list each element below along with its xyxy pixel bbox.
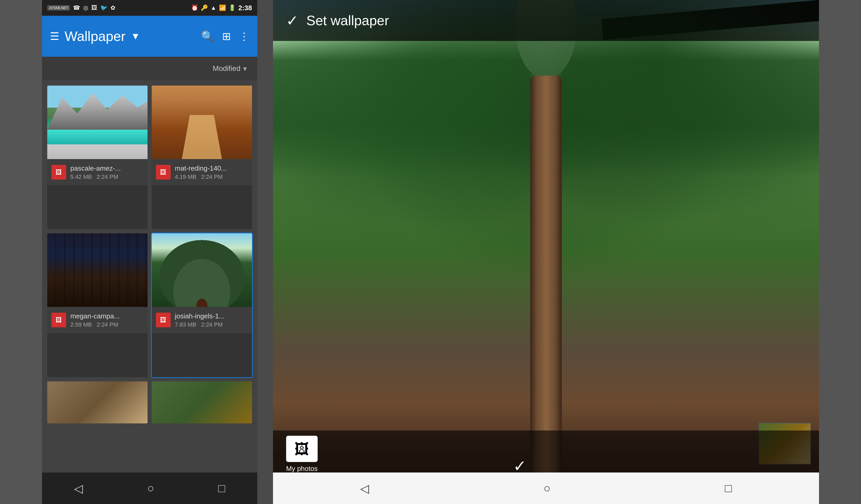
more-options-button[interactable]: ⋮	[239, 30, 249, 42]
wallpaper-preview: 🖼 My photos ✓	[273, 0, 819, 504]
my-photos-label: My photos	[286, 465, 318, 473]
thumbnail	[47, 85, 148, 159]
file-info: 🖼 pascale-amez-... 5.42 MB 2:24 PM	[47, 159, 148, 185]
logo-icon: ✿	[110, 4, 115, 11]
image-icon: 🖼	[91, 4, 97, 11]
twitter-icon: 🐦	[100, 4, 107, 11]
app-title: Wallpaper	[65, 28, 125, 44]
hamburger-button[interactable]: ☰	[50, 30, 59, 42]
app-bar-title-row: ☰ Wallpaper ▼	[50, 28, 193, 44]
image-type-icon: 🖼	[160, 168, 166, 176]
file-details: mat-reding-140... 4.19 MB 2:24 PM	[175, 164, 248, 180]
sort-dropdown-icon: ▾	[243, 64, 247, 73]
thumbnail	[152, 85, 252, 159]
file-time: 2:24 PM	[97, 174, 118, 180]
file-info: 🖼 mat-reding-140... 4.19 MB 2:24 PM	[152, 159, 252, 185]
file-size: 2.59 MB	[70, 321, 92, 328]
title-dropdown-arrow[interactable]: ▼	[131, 31, 140, 42]
file-meta: 5.42 MB 2:24 PM	[70, 174, 143, 180]
file-type-icon: 🖼	[52, 165, 66, 179]
file-meta: 4.19 MB 2:24 PM	[175, 174, 248, 180]
file-name: mat-reding-140...	[175, 164, 248, 173]
file-info: 🖼 josiah-ingels-1... 7.83 MB 2:24 PM	[152, 307, 252, 333]
file-size: 7.83 MB	[175, 321, 196, 328]
outer-left	[0, 0, 42, 504]
status-bar-left: JVTAB.NET ☎ ◎ 🖼 🐦 ✿	[47, 4, 115, 11]
image-type-icon: 🖼	[56, 168, 62, 176]
key-icon: 🔑	[201, 4, 208, 11]
status-time: 2:38	[238, 4, 252, 12]
target-icon: ◎	[83, 4, 88, 11]
thumbnail	[152, 233, 252, 307]
list-item[interactable]: 🖼 josiah-ingels-1... 7.83 MB 2:24 PM	[152, 233, 252, 377]
file-time: 2:24 PM	[201, 321, 223, 328]
right-home-button[interactable]: ○	[543, 482, 550, 495]
file-meta: 7.83 MB 2:24 PM	[175, 321, 248, 328]
outer-right	[819, 0, 861, 504]
file-details: megan-campa... 2.59 MB 2:24 PM	[70, 312, 143, 328]
file-time: 2:24 PM	[201, 174, 223, 180]
image-type-icon: 🖼	[160, 316, 166, 324]
panel-divider	[257, 0, 273, 504]
file-details: josiah-ingels-1... 7.83 MB 2:24 PM	[175, 312, 248, 328]
app-bar: ☰ Wallpaper ▼ 🔍 ⊞ ⋮	[42, 16, 257, 57]
thumbnail	[47, 233, 148, 307]
file-grid: 🖼 pascale-amez-... 5.42 MB 2:24 PM	[42, 80, 257, 473]
home-button[interactable]: ○	[147, 482, 154, 495]
file-meta: 2.59 MB 2:24 PM	[70, 321, 143, 328]
status-bar-right: ⏰ 🔑 ▲ 📶 🔋 2:38	[191, 4, 252, 12]
file-time: 2:24 PM	[97, 321, 118, 328]
image-type-icon: 🖼	[56, 316, 62, 324]
wallpaper-image	[273, 0, 819, 504]
my-photos-icon: 🖼	[286, 436, 318, 462]
voicemail-icon: ☎	[73, 4, 80, 11]
thumbnail-image	[47, 85, 148, 159]
list-item[interactable]	[47, 381, 148, 423]
sort-bar: Modified ▾	[42, 57, 257, 80]
list-item[interactable]: 🖼 megan-campa... 2.59 MB 2:24 PM	[47, 233, 148, 377]
recents-button[interactable]: □	[218, 482, 225, 495]
alarm-icon: ⏰	[191, 4, 198, 11]
file-info: 🖼 megan-campa... 2.59 MB 2:24 PM	[47, 307, 148, 333]
file-type-icon: 🖼	[156, 313, 170, 327]
file-name: megan-campa...	[70, 312, 143, 320]
right-back-button[interactable]: ◁	[360, 482, 369, 495]
file-name: pascale-amez-...	[70, 164, 143, 173]
list-item[interactable]: 🖼 pascale-amez-... 5.42 MB 2:24 PM	[47, 85, 148, 229]
list-item[interactable]	[152, 381, 252, 423]
sort-label: Modified	[213, 64, 241, 73]
thumbnail-image	[152, 381, 252, 423]
right-bottom-navigation: ◁ ○ □	[273, 473, 819, 504]
wifi-icon: ▲	[210, 4, 216, 11]
thumbnail	[152, 381, 252, 423]
thumbnail-image	[152, 233, 252, 307]
search-button[interactable]: 🔍	[201, 30, 214, 42]
bottom-navigation: ◁ ○ □	[42, 473, 257, 504]
sort-button[interactable]: Modified ▾	[213, 64, 247, 73]
set-wallpaper-button[interactable]: Set wallpaper	[306, 13, 389, 28]
confirm-check-icon[interactable]: ✓	[286, 12, 299, 29]
left-panel: JVTAB.NET ☎ ◎ 🖼 🐦 ✿ ⏰ 🔑 ▲ 📶 🔋 2:38 ☰ Wal…	[42, 0, 257, 504]
grid-view-button[interactable]: ⊞	[222, 30, 231, 42]
file-details: pascale-amez-... 5.42 MB 2:24 PM	[70, 164, 143, 180]
file-name: josiah-ingels-1...	[175, 312, 248, 320]
wallpaper-header: ✓ Set wallpaper	[273, 0, 819, 41]
right-recents-button[interactable]: □	[725, 482, 732, 495]
thumbnail-image	[47, 233, 148, 307]
list-item[interactable]: 🖼 mat-reding-140... 4.19 MB 2:24 PM	[152, 85, 252, 229]
photos-icon: 🖼	[295, 440, 309, 458]
file-size: 5.42 MB	[70, 174, 92, 180]
app-bar-actions: 🔍 ⊞ ⋮	[201, 30, 249, 42]
thumbnail	[47, 381, 148, 423]
battery-icon: 🔋	[229, 4, 236, 11]
status-bar: JVTAB.NET ☎ ◎ 🖼 🐦 ✿ ⏰ 🔑 ▲ 📶 🔋 2:38	[42, 0, 257, 16]
my-photos-option[interactable]: 🖼 My photos	[286, 436, 318, 473]
brand-logo: JVTAB.NET	[47, 5, 70, 11]
file-type-icon: 🖼	[52, 313, 66, 327]
right-panel: ✓ Set wallpaper 🖼 My photos	[273, 0, 819, 504]
signal-icon: 📶	[219, 4, 226, 11]
thumbnail-image	[47, 381, 148, 423]
back-button[interactable]: ◁	[74, 482, 83, 495]
file-type-icon: 🖼	[156, 165, 170, 179]
file-size: 4.19 MB	[175, 174, 196, 180]
